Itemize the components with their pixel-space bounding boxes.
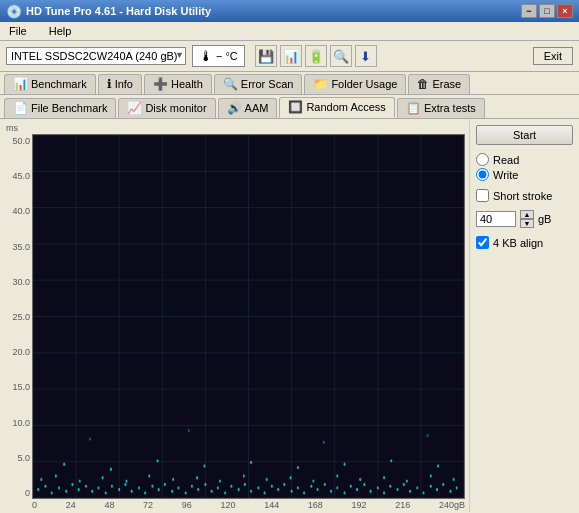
tab-disk-monitor[interactable]: 📈 Disk monitor — [118, 98, 215, 118]
svg-point-35 — [118, 488, 120, 491]
spin-buttons: ▲ ▼ — [520, 210, 534, 228]
write-radio[interactable] — [476, 168, 489, 181]
svg-point-56 — [257, 486, 259, 489]
kb-align-checkbox[interactable] — [476, 236, 489, 249]
svg-point-78 — [403, 483, 405, 486]
toolbar: INTEL SSDSC2CW240A (240 gB) ▼ 🌡 − °C 💾 📊… — [0, 41, 579, 72]
chart-plot — [32, 134, 465, 499]
tab-aam[interactable]: 🔊 AAM — [218, 98, 278, 118]
svg-point-109 — [203, 464, 205, 467]
svg-point-50 — [217, 486, 219, 489]
svg-point-47 — [197, 488, 199, 491]
kb-align-label[interactable]: 4 KB align — [476, 236, 573, 249]
svg-point-108 — [157, 459, 159, 462]
svg-point-88 — [55, 474, 57, 477]
svg-point-33 — [105, 491, 107, 494]
write-radio-label[interactable]: Write — [476, 168, 573, 181]
tab-error-scan[interactable]: 🔍 Error Scan — [214, 74, 303, 94]
tab-health[interactable]: ➕ Health — [144, 74, 212, 94]
temp-unit: °C — [225, 50, 237, 62]
folder-icon: 📁 — [313, 77, 328, 91]
svg-point-41 — [158, 488, 160, 491]
svg-point-76 — [389, 484, 391, 487]
svg-point-67 — [330, 490, 332, 493]
gb-input[interactable] — [476, 211, 516, 227]
icon-scan[interactable]: 🔍 — [330, 45, 352, 67]
svg-point-98 — [290, 476, 292, 479]
start-button[interactable]: Start — [476, 125, 573, 145]
svg-point-57 — [264, 491, 266, 494]
temp-value: − — [216, 50, 222, 62]
svg-point-94 — [196, 476, 198, 479]
erase-icon: 🗑 — [417, 77, 429, 91]
svg-point-53 — [238, 488, 240, 491]
svg-point-107 — [110, 468, 112, 471]
svg-point-103 — [406, 479, 408, 482]
svg-point-79 — [409, 490, 411, 493]
close-button[interactable]: × — [557, 4, 573, 18]
svg-point-29 — [78, 488, 80, 491]
svg-point-38 — [138, 486, 140, 489]
tab-folder-usage[interactable]: 📁 Folder Usage — [304, 74, 406, 94]
icon-hdd[interactable]: 💾 — [255, 45, 277, 67]
disk-monitor-icon: 📈 — [127, 101, 142, 115]
svg-point-28 — [71, 483, 73, 486]
spin-down-button[interactable]: ▼ — [520, 219, 534, 228]
svg-point-89 — [79, 479, 81, 482]
svg-point-112 — [344, 463, 346, 466]
svg-point-75 — [383, 491, 385, 494]
svg-point-55 — [250, 490, 252, 493]
spin-up-button[interactable]: ▲ — [520, 210, 534, 219]
short-stroke-label[interactable]: Short stroke — [476, 189, 573, 202]
icon-benchmark[interactable]: 📊 — [280, 45, 302, 67]
health-icon: ➕ — [153, 77, 168, 91]
icon-download[interactable]: ⬇ — [355, 45, 377, 67]
svg-point-59 — [277, 488, 279, 491]
aam-icon: 🔊 — [227, 101, 242, 115]
svg-point-45 — [185, 491, 187, 494]
svg-point-66 — [324, 483, 326, 486]
svg-point-42 — [164, 483, 166, 486]
read-radio[interactable] — [476, 153, 489, 166]
svg-point-106 — [63, 463, 65, 466]
tab-file-benchmark[interactable]: 📄 File Benchmark — [4, 98, 116, 118]
maximize-button[interactable]: □ — [539, 4, 555, 18]
svg-point-91 — [125, 479, 127, 482]
svg-point-71 — [356, 488, 358, 491]
main-content: ms 50.0 45.0 40.0 35.0 30.0 25.0 20.0 15… — [0, 119, 579, 512]
svg-point-36 — [124, 483, 126, 486]
svg-point-111 — [297, 466, 299, 469]
svg-point-70 — [350, 484, 352, 487]
tab-benchmark[interactable]: 📊 Benchmark — [4, 74, 96, 94]
svg-point-82 — [430, 484, 432, 487]
svg-point-99 — [312, 479, 314, 482]
svg-point-24 — [44, 484, 46, 487]
svg-point-49 — [211, 490, 213, 493]
svg-point-85 — [449, 490, 451, 493]
svg-point-64 — [310, 484, 312, 487]
menu-help[interactable]: Help — [46, 24, 75, 38]
icon-health[interactable]: 🔋 — [305, 45, 327, 67]
exit-button[interactable]: Exit — [533, 47, 573, 65]
tab-random-access[interactable]: 🔲 Random Access — [279, 97, 394, 118]
svg-point-32 — [97, 486, 99, 489]
svg-point-116 — [188, 429, 190, 432]
short-stroke-checkbox[interactable] — [476, 189, 489, 202]
svg-point-117 — [323, 441, 325, 444]
svg-point-52 — [230, 484, 232, 487]
read-radio-label[interactable]: Read — [476, 153, 573, 166]
minimize-button[interactable]: − — [521, 4, 537, 18]
tab-info[interactable]: ℹ Info — [98, 74, 142, 94]
read-write-group: Read Write — [476, 153, 573, 181]
tab-erase[interactable]: 🗑 Erase — [408, 74, 470, 94]
menu-file[interactable]: File — [6, 24, 30, 38]
svg-point-73 — [369, 490, 371, 493]
drive-selector[interactable]: INTEL SSDSC2CW240A (240 gB) — [6, 47, 186, 65]
tab-bar-row1: 📊 Benchmark ℹ Info ➕ Health 🔍 Error Scan… — [0, 72, 579, 95]
svg-point-46 — [191, 484, 193, 487]
svg-point-61 — [291, 490, 293, 493]
svg-point-48 — [204, 483, 206, 486]
chart-area: ms 50.0 45.0 40.0 35.0 30.0 25.0 20.0 15… — [0, 119, 469, 512]
svg-point-83 — [436, 488, 438, 491]
tab-extra-tests[interactable]: 📋 Extra tests — [397, 98, 485, 118]
